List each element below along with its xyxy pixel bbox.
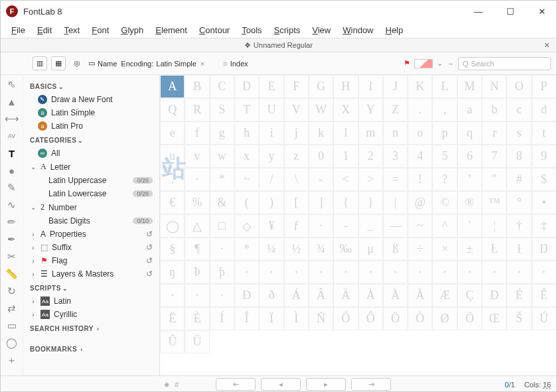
glyph-cell[interactable]: a (457, 98, 482, 121)
glyph-cell[interactable]: Ô (358, 307, 383, 330)
glyph-cell[interactable]: G (309, 75, 333, 98)
glyph-cell[interactable]: Š (507, 307, 531, 330)
close-button[interactable]: ✕ (533, 4, 551, 19)
glyph-cell[interactable]: 3 (383, 145, 408, 168)
glyph-cell[interactable]: © (432, 191, 457, 214)
pager-last[interactable]: ⇥ (351, 378, 391, 391)
glyph-cell[interactable]: ° (507, 191, 531, 214)
hash-icon[interactable]: # (175, 381, 179, 389)
subcategory-item[interactable]: Latin Lowercase0/26 (29, 187, 154, 200)
glyph-cell[interactable]: Ł (482, 237, 507, 261)
glyph-cell[interactable]: j (284, 121, 309, 145)
glyph-cell[interactable]: L (432, 75, 457, 98)
glyph-cell[interactable]: N (482, 75, 507, 98)
pager-first[interactable]: ⇤ (216, 378, 256, 391)
expand-icon[interactable]: ⌄ (30, 204, 37, 211)
glyph-cell[interactable]: † (507, 214, 531, 237)
glyph-cell[interactable]: Â (309, 284, 333, 307)
glyph-cell[interactable]: Œ (482, 307, 507, 330)
glyph-cell[interactable]: 4 (408, 145, 432, 168)
glyph-cell[interactable]: q (457, 121, 482, 145)
glyph-cell[interactable]: · (259, 261, 283, 284)
glyph-cell[interactable]: n (383, 121, 408, 145)
glyph-cell[interactable]: μ (358, 237, 383, 261)
category-layers-masters[interactable]: ›☰Layers & Masters↺ (29, 267, 154, 281)
glyph-cell[interactable]: Ð (234, 284, 259, 307)
bookmarks-header[interactable]: BOOKMARKS › (29, 342, 154, 356)
glyph-cell[interactable]: · (160, 284, 185, 307)
glyph-cell[interactable]: < (333, 168, 358, 191)
glyph-cell[interactable]: X (333, 98, 358, 121)
glyph-cell[interactable]: * (210, 168, 234, 191)
basics-item[interactable]: aLatin Simple (29, 106, 154, 119)
curve-tool-icon[interactable]: ∿ (6, 200, 18, 210)
glyph-cell[interactable]: & (210, 191, 234, 214)
glyph-cell[interactable]: ¶ (185, 237, 209, 261)
glyph-cell[interactable]: B (185, 75, 209, 98)
glyph-cell[interactable]: · (507, 261, 531, 284)
glyph-cell[interactable]: ^ (432, 214, 457, 237)
glyph-cell[interactable]: 1 (333, 145, 358, 168)
arrow-tool-icon[interactable]: ⇖ (6, 79, 18, 90)
glyph-cell[interactable]: @ (408, 191, 432, 214)
glyph-cell[interactable]: ' (457, 168, 482, 191)
glyph-cell[interactable]: A (160, 75, 185, 98)
glyph-cell[interactable]: l (333, 121, 358, 145)
glyph-cell[interactable]: C (210, 75, 234, 98)
glyph-cell[interactable]: $ (532, 168, 556, 191)
glyph-cell[interactable]: · (309, 261, 333, 284)
glyph-cell[interactable]: Ø (432, 307, 457, 330)
glyph-cell[interactable]: — (383, 214, 408, 237)
spacing-tool-icon[interactable]: ⟷ (6, 113, 18, 124)
glyph-cell[interactable]: Ê (532, 284, 556, 307)
glyph-cell[interactable]: ` (457, 214, 482, 237)
subcategory-item[interactable]: Latin Uppercase0/26 (29, 174, 154, 187)
glyph-cell[interactable]: " (482, 168, 507, 191)
text-tool-icon[interactable]: T (6, 148, 18, 159)
expand-icon[interactable]: › (30, 298, 37, 305)
glyph-cell[interactable]: 2 (358, 145, 383, 168)
glyph-cell[interactable]: ‡ (532, 214, 556, 237)
glyph-cell[interactable]: É (507, 284, 531, 307)
menu-edit[interactable]: Edit (32, 24, 57, 36)
glyph-cell[interactable]: / (259, 168, 283, 191)
glyph-cell[interactable]: Ó (333, 307, 358, 330)
glyph-cell[interactable]: J (383, 75, 408, 98)
glyph-cell[interactable]: · (482, 261, 507, 284)
glyph-cell[interactable]: E (259, 75, 283, 98)
glyph-cell[interactable]: Í (210, 307, 234, 330)
view-grid-button[interactable]: ▦ (51, 56, 66, 70)
glyph-cell[interactable]: Q (160, 98, 185, 121)
glyph-cell[interactable]: · (358, 261, 383, 284)
glyph-cell[interactable]: - (309, 168, 333, 191)
expand-icon[interactable]: › (30, 271, 37, 278)
glyph-cell[interactable]: ł (507, 237, 531, 261)
category-flag[interactable]: ›⚑Flag↺ (29, 254, 154, 267)
glyph-cell[interactable]: Z (383, 98, 408, 121)
script-cyrillic[interactable]: ›AaCyrillic (29, 308, 154, 321)
glyph-cell[interactable]: H (333, 75, 358, 98)
glyph-cell[interactable]: # (507, 168, 531, 191)
glyph-cell[interactable]: Ñ (309, 307, 333, 330)
pointer-tool-icon[interactable]: ▲ (6, 96, 18, 107)
glyph-cell[interactable]: Ò (408, 307, 432, 330)
glyph-cell[interactable]: _ (358, 214, 383, 237)
category-letter[interactable]: ⌄ALetter (29, 160, 154, 174)
glyph-cell[interactable]: K (408, 75, 432, 98)
menu-help[interactable]: Help (380, 24, 409, 36)
glyph-cell[interactable]: ® (457, 191, 482, 214)
close-tab-button[interactable]: × (544, 40, 550, 50)
category-all[interactable]: ∞All (29, 147, 154, 160)
glyph-cell[interactable]: I (358, 75, 383, 98)
glyph-cell[interactable]: , (432, 98, 457, 121)
glyph-cell[interactable]: F (284, 75, 309, 98)
glyph-cell[interactable]: y (259, 145, 283, 168)
expand-icon[interactable]: ⌄ (30, 163, 37, 170)
glyph-cell[interactable]: | (383, 191, 408, 214)
menu-window[interactable]: Window (337, 24, 378, 36)
glyph-cell[interactable]: Ã (408, 284, 432, 307)
glyph-cell[interactable]: ± (457, 237, 482, 261)
rect-tool-icon[interactable]: ▭ (6, 320, 18, 331)
glyph-cell[interactable]: È (185, 307, 209, 330)
menu-glyph[interactable]: Glyph (116, 24, 149, 36)
